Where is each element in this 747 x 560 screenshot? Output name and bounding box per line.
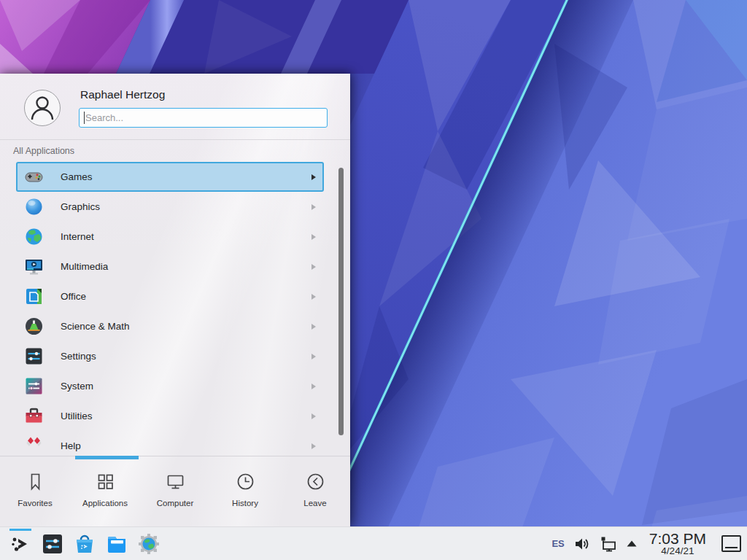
submenu-arrow-icon xyxy=(311,324,316,330)
settings-sliders-icon xyxy=(24,346,44,366)
dolphin-button[interactable] xyxy=(101,527,133,560)
text-cursor xyxy=(84,112,85,124)
application-launcher-popup: Raphael Hertzog All Applications Games xyxy=(0,74,350,526)
category-row-utilities[interactable]: Utilities xyxy=(16,401,324,431)
settings-sliders-icon xyxy=(41,532,64,556)
category-row-settings[interactable]: Settings xyxy=(16,341,324,371)
submenu-arrow-icon xyxy=(311,443,316,449)
computer-icon xyxy=(165,471,186,492)
monitor-play-icon xyxy=(24,257,44,276)
active-tab-indicator xyxy=(75,456,139,459)
tab-leave[interactable]: Leave xyxy=(280,456,350,526)
user-name: Raphael Hertzog xyxy=(80,88,165,101)
kde-menu-icon xyxy=(9,532,32,556)
tab-applications[interactable]: Applications xyxy=(70,456,140,526)
digital-clock[interactable]: 7:03 PM 4/24/21 xyxy=(646,531,709,556)
network-icon[interactable] xyxy=(600,536,617,552)
volume-icon[interactable] xyxy=(574,537,590,551)
list-scrollbar[interactable] xyxy=(338,168,344,435)
user-avatar[interactable] xyxy=(24,90,61,126)
history-clock-icon xyxy=(235,471,256,492)
folder-icon xyxy=(105,532,128,556)
sphere-icon xyxy=(24,197,44,217)
globe-gear-icon xyxy=(137,532,160,556)
category-row-graphics[interactable]: Graphics xyxy=(16,192,324,222)
help-lifering-icon xyxy=(24,436,44,456)
search-input[interactable] xyxy=(79,108,328,128)
category-row-games[interactable]: Games xyxy=(16,162,324,192)
globe-icon xyxy=(24,227,44,246)
launcher-header: Raphael Hertzog xyxy=(0,74,350,140)
submenu-arrow-icon xyxy=(311,413,316,419)
category-row-help[interactable]: Help xyxy=(16,431,324,456)
submenu-arrow-icon xyxy=(311,204,316,210)
category-row-office[interactable]: Office xyxy=(16,281,324,311)
category-row-internet[interactable]: Internet xyxy=(16,222,324,252)
taskbar: ES 7:03 PM 4/24/21 xyxy=(0,526,747,560)
expand-tray-icon[interactable] xyxy=(627,540,637,547)
tab-favorites[interactable]: Favorites xyxy=(0,456,70,526)
leave-icon xyxy=(305,471,326,492)
category-row-multimedia[interactable]: Multimedia xyxy=(16,252,324,281)
system-preferences-icon xyxy=(24,376,44,396)
submenu-arrow-icon xyxy=(311,174,316,180)
browser-button[interactable] xyxy=(133,527,165,560)
tab-history[interactable]: History xyxy=(210,456,280,526)
office-document-icon xyxy=(24,287,44,306)
submenu-arrow-icon xyxy=(311,384,316,389)
science-flask-icon xyxy=(24,316,44,336)
toolbox-icon xyxy=(24,406,44,426)
search-field-wrap xyxy=(79,108,328,128)
submenu-arrow-icon xyxy=(311,234,316,240)
user-icon xyxy=(25,90,60,125)
active-task-indicator xyxy=(9,529,31,531)
discover-button[interactable] xyxy=(69,527,101,560)
gamepad-icon xyxy=(24,167,44,187)
show-desktop-button[interactable] xyxy=(721,535,741,552)
tab-computer[interactable]: Computer xyxy=(140,456,210,526)
keyboard-layout-indicator[interactable]: ES xyxy=(551,538,564,549)
system-tray: ES 7:03 PM 4/24/21 xyxy=(551,527,747,560)
app-grid-icon xyxy=(95,471,116,492)
launcher-tab-bar: Favorites Applications xyxy=(0,456,350,526)
section-label: All Applications xyxy=(13,146,74,156)
system-settings-button[interactable] xyxy=(36,527,69,560)
clock-time: 7:03 PM xyxy=(649,531,706,546)
submenu-arrow-icon xyxy=(311,264,316,270)
bookmark-icon xyxy=(25,471,46,492)
submenu-arrow-icon xyxy=(311,294,316,300)
discover-bag-icon xyxy=(73,532,96,556)
kickoff-launcher-button[interactable] xyxy=(4,527,36,560)
category-row-system[interactable]: System xyxy=(16,371,324,401)
category-list: Games Graphics xyxy=(0,162,350,456)
submenu-arrow-icon xyxy=(311,354,316,359)
desktop: Raphael Hertzog All Applications Games xyxy=(0,0,747,560)
clock-date: 4/24/21 xyxy=(649,546,706,556)
category-row-science[interactable]: Science & Math xyxy=(16,311,324,341)
